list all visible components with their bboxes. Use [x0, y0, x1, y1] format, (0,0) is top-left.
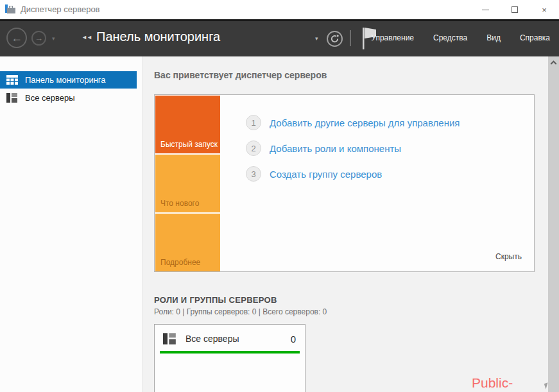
- sidebar-list: Панель мониторинга Все серверы: [0, 71, 142, 107]
- tab-quick-start[interactable]: Быстрый запуск: [155, 96, 220, 153]
- menu-bar: Управление Средства Вид Справка: [371, 19, 550, 56]
- breadcrumb: Панель мониторинга: [96, 30, 220, 44]
- close-icon: ×: [542, 5, 547, 15]
- add-roles-link[interactable]: Добавить роли и компоненты: [270, 143, 401, 154]
- forward-button[interactable]: →: [31, 31, 46, 46]
- roles-groups-summary: Роли: 0 | Группы серверов: 0 | Всего сер…: [154, 307, 327, 316]
- menu-manage[interactable]: Управление: [371, 33, 414, 42]
- quick-start-steps: 1 Добавить другие серверы для управления…: [246, 110, 460, 187]
- sidebar-item-dashboard[interactable]: Панель мониторинга: [0, 71, 137, 89]
- tile-label: Что нового: [160, 199, 199, 208]
- refresh-icon: [330, 34, 340, 44]
- tab-whats-new[interactable]: Что нового: [155, 155, 220, 212]
- breadcrumb-dropdown-button[interactable]: ▾: [315, 35, 318, 42]
- sidebar-item-label: Все серверы: [25, 93, 75, 103]
- step-row: 3 Создать группу серверов: [246, 161, 460, 187]
- vertical-scrollbar[interactable]: [548, 56, 559, 392]
- back-button[interactable]: ←: [6, 28, 27, 48]
- server-manager-window: Диспетчер серверов × ← → ▾ ◄◄ Панель мон…: [0, 0, 559, 392]
- welcome-heading: Вас приветствует диспетчер серверов: [154, 70, 327, 80]
- tile-label: Быстрый запуск: [160, 140, 218, 149]
- minimize-button[interactable]: [470, 0, 500, 19]
- sidebar-item-all-servers[interactable]: Все серверы: [0, 89, 142, 107]
- all-servers-card: Все серверы 0: [154, 324, 305, 392]
- all-servers-card-header[interactable]: Все серверы 0: [155, 325, 305, 351]
- hide-link[interactable]: Скрыть: [495, 252, 522, 261]
- welcome-panel: Быстрый запуск Что нового Подробнее 1 До…: [154, 94, 535, 272]
- sidebar: Панель мониторинга Все серверы: [0, 56, 142, 392]
- dashboard-grid-icon: [6, 75, 18, 85]
- close-button[interactable]: ×: [529, 0, 559, 19]
- sidebar-item-label: Панель мониторинга: [25, 75, 106, 85]
- create-server-group-link[interactable]: Создать группу серверов: [270, 169, 382, 180]
- roles-groups-heading: РОЛИ И ГРУППЫ СЕРВЕРОВ: [154, 295, 277, 305]
- servers-icon: [163, 333, 176, 345]
- title-bar: Диспетчер серверов ×: [0, 0, 559, 19]
- step-number-badge: 3: [246, 166, 261, 182]
- collapse-breadcrumb-button[interactable]: ◄◄: [82, 34, 92, 40]
- window-controls: ×: [470, 0, 559, 19]
- menu-view[interactable]: Вид: [486, 33, 501, 42]
- back-arrow-icon: ←: [11, 31, 22, 45]
- step-row: 2 Добавить роли и компоненты: [246, 135, 460, 161]
- menu-tools[interactable]: Средства: [433, 33, 467, 42]
- welcome-tiles: Быстрый запуск Что нового Подробнее: [155, 96, 220, 273]
- card-title: Все серверы: [185, 334, 291, 344]
- history-dropdown-button[interactable]: ▾: [52, 35, 55, 42]
- chevron-up-icon: [551, 60, 557, 67]
- tile-label: Подробнее: [160, 258, 200, 267]
- forward-arrow-icon: →: [35, 33, 43, 43]
- step-row: 1 Добавить другие серверы для управления: [246, 110, 460, 135]
- scroll-up-button[interactable]: [548, 56, 559, 67]
- navigation-bar: ← → ▾ ◄◄ Панель мониторинга ▾ Управление…: [0, 19, 559, 56]
- refresh-button[interactable]: [327, 31, 343, 47]
- add-servers-link[interactable]: Добавить другие серверы для управления: [270, 117, 460, 128]
- tab-learn-more[interactable]: Подробнее: [155, 214, 220, 271]
- nav-separator: [350, 30, 351, 46]
- maximize-icon: [512, 6, 518, 13]
- servers-icon: [6, 93, 18, 103]
- window-title: Диспетчер серверов: [21, 0, 100, 19]
- status-green-bar: [160, 351, 300, 354]
- server-manager-app-icon: [5, 4, 17, 15]
- menu-help[interactable]: Справка: [520, 33, 550, 42]
- main-content: Вас приветствует диспетчер серверов Быст…: [143, 56, 548, 392]
- step-number-badge: 1: [246, 115, 261, 130]
- app-icon-body: [7, 8, 15, 13]
- server-count: 0: [291, 334, 296, 345]
- step-number-badge: 2: [246, 141, 261, 156]
- maximize-button[interactable]: [500, 0, 529, 19]
- minimize-icon: [482, 10, 489, 10]
